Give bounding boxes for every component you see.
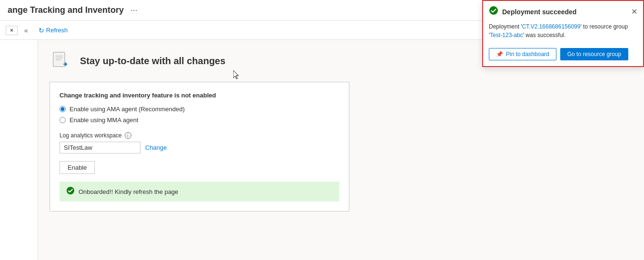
onboarded-success-icon — [66, 186, 75, 195]
radio-group: Enable using AMA agent (Recommended) Ena… — [59, 106, 339, 124]
workspace-label: Log analytics workspace i — [59, 132, 339, 139]
sidebar — [0, 40, 38, 260]
refresh-icon: ↻ — [39, 27, 44, 34]
toast-title: Deployment succeeded — [502, 8, 576, 16]
enable-button[interactable]: Enable — [59, 161, 95, 174]
toast-success-icon — [489, 6, 498, 18]
page-wrapper: ange Tracking and Inventory ··· × « ↻ Re… — [0, 0, 644, 260]
refresh-button[interactable]: ↻ Refresh — [35, 25, 72, 36]
toast-body: Deployment 'CT.V2.1668686156099' to reso… — [483, 20, 643, 44]
toast-actions: 📌 Pin to dashboard Go to resource group — [483, 44, 643, 66]
svg-rect-1 — [54, 53, 64, 66]
change-link[interactable]: Change — [145, 144, 167, 151]
radio-mma-label: Enable using MMA agent — [69, 116, 139, 124]
pin-icon: 📌 — [496, 51, 503, 58]
main-content: Stay up-to-date with all changes Change … — [0, 40, 644, 260]
deployment-success-icon — [489, 6, 498, 15]
workspace-input[interactable] — [59, 142, 140, 154]
change-tracking-icon — [50, 50, 71, 71]
collapse-button[interactable]: « — [21, 26, 31, 35]
deployment-id-link[interactable]: CT.V2.1668686156099 — [522, 23, 581, 30]
go-to-resource-group-button[interactable]: Go to resource group — [560, 48, 628, 60]
svg-point-7 — [489, 6, 498, 15]
refresh-label: Refresh — [46, 27, 68, 34]
ellipsis-button[interactable]: ··· — [128, 4, 140, 16]
success-banner: Onboarded!! Kindly refresh the page — [59, 182, 339, 202]
info-icon[interactable]: i — [125, 132, 131, 139]
section-title: Stay up-to-date with all changes — [80, 56, 226, 67]
toast-header: Deployment succeeded ✕ — [483, 1, 643, 20]
resource-group-link[interactable]: Test-123-abc — [490, 32, 523, 39]
content-area: Stay up-to-date with all changes Change … — [38, 40, 644, 260]
radio-ama[interactable]: Enable using AMA agent (Recommended) — [59, 106, 339, 113]
pin-to-dashboard-button[interactable]: 📌 Pin to dashboard — [489, 48, 556, 60]
feature-box-title: Change tracking and inventory feature is… — [59, 92, 339, 99]
toast-body-prefix: Deployment ' — [489, 23, 522, 30]
toast-title-row: Deployment succeeded — [489, 6, 576, 18]
success-message: Onboarded!! Kindly refresh the page — [79, 188, 178, 195]
close-icon: × — [10, 27, 13, 34]
radio-ama-label: Enable using AMA agent (Recommended) — [69, 106, 185, 113]
radio-ama-input[interactable] — [59, 106, 66, 112]
section-icon — [50, 49, 72, 72]
toast-body-suffix: ' was successful. — [523, 32, 566, 39]
workspace-row: Change — [59, 142, 339, 154]
svg-point-6 — [67, 187, 74, 194]
radio-mma[interactable]: Enable using MMA agent — [59, 116, 339, 124]
workspace-label-text: Log analytics workspace — [59, 132, 122, 139]
success-circle-icon — [66, 186, 75, 197]
feature-box: Change tracking and inventory feature is… — [50, 82, 349, 212]
toast-close-button[interactable]: ✕ — [631, 8, 637, 16]
page-title: ange Tracking and Inventory — [8, 5, 124, 15]
radio-mma-input[interactable] — [59, 117, 66, 123]
close-panel-button[interactable]: × — [6, 26, 18, 35]
pin-label: Pin to dashboard — [506, 51, 549, 58]
notification-toast: Deployment succeeded ✕ Deployment 'CT.V2… — [482, 0, 644, 67]
